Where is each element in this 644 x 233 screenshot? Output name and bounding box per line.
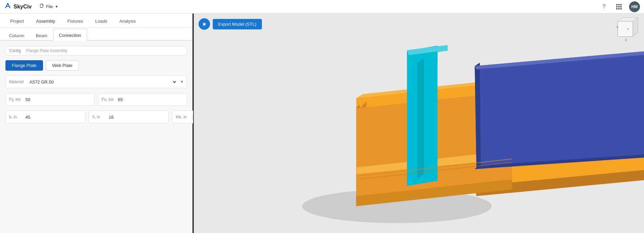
file-menu[interactable]: File ▼	[37, 2, 61, 11]
tab-connection[interactable]: Connection	[53, 29, 87, 42]
logo-area: SkyCiv	[4, 2, 32, 11]
thk-label: thk, in	[176, 115, 189, 119]
export-model-button[interactable]: Export Model (STL)	[213, 19, 262, 29]
svg-rect-5	[618, 6, 620, 7]
b-group: b, in	[5, 111, 85, 123]
file-icon	[40, 4, 44, 9]
svg-rect-7	[616, 8, 618, 9]
fu-label: Fu, ksi	[102, 97, 115, 102]
tab-fixtures[interactable]: Fixtures	[61, 14, 89, 28]
tab-assembly[interactable]: Assembly	[30, 14, 61, 28]
file-menu-label: File	[46, 4, 53, 9]
material-label: Material	[9, 79, 28, 84]
h-label: h, in	[92, 115, 106, 119]
material-select[interactable]: A36 A572 GR.50 A992	[28, 75, 177, 88]
config-row: Config Flange Plate Assembly	[5, 46, 187, 55]
logo-text: SkyCiv	[14, 4, 32, 10]
panel-content: Config Flange Plate Assembly Flange Plat…	[0, 41, 192, 129]
tab-analysis[interactable]: Analysis	[113, 14, 142, 28]
left-panel: Project Assembly Fixtures Loads Analysis…	[0, 14, 193, 233]
config-label: Config	[9, 48, 23, 53]
fu-input[interactable]	[115, 93, 187, 106]
svg-marker-40	[417, 57, 424, 179]
web-plate-button[interactable]: Web Plate	[46, 60, 79, 71]
section-tabs: Column Beam Connection	[0, 28, 192, 41]
plate-buttons: Flange Plate Web Plate	[5, 60, 187, 71]
fy-group: Fy, ksi	[5, 93, 95, 106]
3d-scene	[194, 14, 644, 233]
svg-rect-4	[616, 6, 618, 7]
fy-input[interactable]	[23, 93, 94, 106]
svg-marker-28	[475, 51, 644, 169]
config-value: Flange Plate Assembly	[26, 48, 67, 53]
viewport[interactable]: Export Model (STL) X Z	[194, 14, 644, 233]
svg-rect-6	[620, 6, 622, 7]
apps-button[interactable]	[614, 2, 624, 11]
h-group: h, in	[89, 111, 169, 123]
b-input[interactable]	[23, 111, 85, 123]
snap-button[interactable]	[199, 18, 210, 30]
tab-project[interactable]: Project	[4, 14, 30, 28]
dimensions-row: b, in h, in thk, in	[5, 111, 187, 123]
svg-rect-8	[618, 8, 620, 9]
svg-rect-2	[618, 4, 620, 5]
fy-label: Fy, ksi	[9, 97, 23, 102]
svg-rect-9	[620, 8, 622, 9]
h-input[interactable]	[106, 111, 168, 123]
b-label: b, in	[9, 115, 23, 119]
svg-rect-3	[620, 4, 622, 5]
main-layout: Project Assembly Fixtures Loads Analysis…	[0, 14, 644, 233]
skyciv-logo-icon	[4, 2, 12, 11]
top-tabs: Project Assembly Fixtures Loads Analysis	[0, 14, 192, 28]
svg-rect-1	[616, 4, 618, 5]
fy-fu-row: Fy, ksi Fu, ksi	[5, 93, 187, 106]
flange-plate-button[interactable]: Flange Plate	[5, 60, 43, 71]
tab-beam[interactable]: Beam	[30, 29, 53, 42]
tab-column[interactable]: Column	[3, 29, 30, 42]
header-right: ? HM	[599, 1, 640, 12]
tab-loads[interactable]: Loads	[89, 14, 113, 28]
viewport-toolbar: Export Model (STL)	[199, 18, 262, 30]
export-label: Export Model (STL)	[218, 22, 256, 27]
material-row: Material A36 A572 GR.50 A992 ▼	[5, 75, 187, 88]
header: SkyCiv File ▼ ? HM	[0, 0, 644, 14]
material-dropdown-arrow: ▼	[177, 79, 187, 84]
file-menu-chevron: ▼	[55, 5, 58, 8]
svg-rect-0	[40, 4, 43, 7]
help-button[interactable]: ?	[599, 2, 609, 11]
user-avatar[interactable]: HM	[629, 1, 640, 12]
fu-group: Fu, ksi	[98, 93, 187, 106]
